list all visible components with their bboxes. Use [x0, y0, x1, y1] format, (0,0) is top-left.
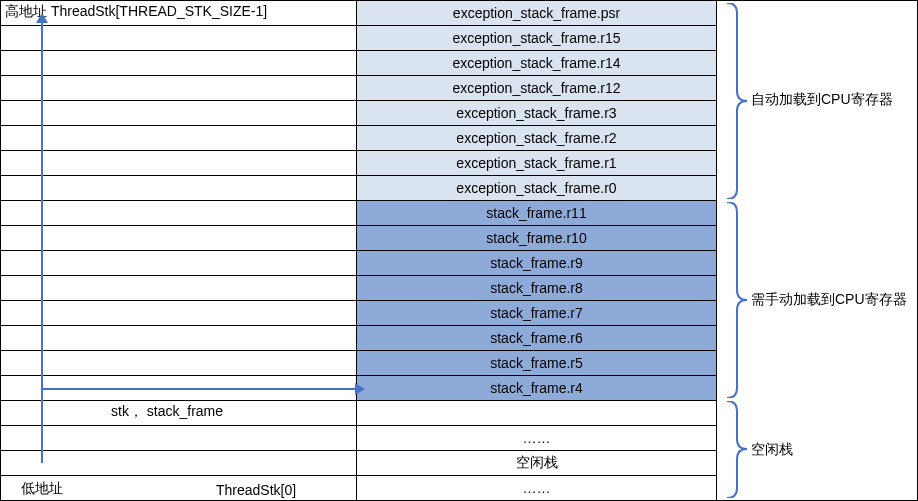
left-cell — [1, 326, 357, 350]
left-cell: 低地址 ThreadStk[0] — [1, 476, 357, 500]
left-cell — [1, 426, 357, 450]
cell-text: …… — [523, 480, 551, 496]
left-cell — [1, 226, 357, 250]
table-row: 低地址 ThreadStk[0] …… — [1, 476, 717, 500]
left-cell — [1, 351, 357, 375]
cell-text: stack_frame.r7 — [490, 305, 583, 321]
left-cell — [1, 126, 357, 150]
left-cell — [1, 101, 357, 125]
mid-cell: 空闲栈 — [357, 451, 717, 475]
mid-cell: stack_frame.r4 — [357, 376, 717, 400]
table-row: exception_stack_frame.r2 — [1, 126, 717, 151]
cell-text: exception_stack_frame.r3 — [456, 105, 616, 121]
left-cell — [1, 76, 357, 100]
cell-text: exception_stack_frame.psr — [453, 5, 620, 21]
left-cell — [1, 26, 357, 50]
left-cell — [1, 301, 357, 325]
mid-cell: stack_frame.r7 — [357, 301, 717, 325]
cell-text: stack_frame.r4 — [490, 380, 583, 396]
table-row: exception_stack_frame.r15 — [1, 26, 717, 51]
annotation-auto-load: 自动加载到CPU寄存器 — [751, 91, 893, 109]
mid-cell: stack_frame.r8 — [357, 276, 717, 300]
table-row: stack_frame.r5 — [1, 351, 717, 376]
left-cell — [1, 151, 357, 175]
table-row: …… — [1, 426, 717, 451]
mid-cell: exception_stack_frame.psr — [357, 1, 717, 25]
threadstk0-label: ThreadStk[0] — [216, 482, 296, 498]
table-row: stk， stack_frame — [1, 401, 717, 426]
left-cell — [1, 451, 357, 475]
cell-text: exception_stack_frame.r15 — [452, 30, 620, 46]
left-cell — [1, 176, 357, 200]
mid-cell: exception_stack_frame.r15 — [357, 26, 717, 50]
table-row: stack_frame.r8 — [1, 276, 717, 301]
mid-cell: stack_frame.r10 — [357, 226, 717, 250]
cell-text: …… — [523, 430, 551, 446]
mid-cell: stack_frame.r9 — [357, 251, 717, 275]
stk-pointer-label: stk， stack_frame — [111, 403, 223, 421]
table-row: stack_frame.r9 — [1, 251, 717, 276]
table-row: exception_stack_frame.r3 — [1, 101, 717, 126]
cell-text: stack_frame.r6 — [490, 330, 583, 346]
cell-text: stack_frame.r8 — [490, 280, 583, 296]
arrow-up-icon — [41, 21, 43, 463]
mid-cell — [357, 401, 717, 425]
mid-cell: exception_stack_frame.r0 — [357, 176, 717, 200]
cell-text: 空闲栈 — [516, 454, 558, 472]
cell-text: stack_frame.r9 — [490, 255, 583, 271]
low-addr-label: 低地址 — [21, 480, 63, 498]
table-row: stack_frame.r10 — [1, 226, 717, 251]
arrow-right-icon — [43, 388, 357, 390]
left-cell: stk， stack_frame — [1, 401, 357, 425]
diagram-canvas: 高地址 ThreadStk[THREAD_STK_SIZE-1] excepti… — [0, 0, 918, 501]
cell-text: stack_frame.r5 — [490, 355, 583, 371]
cell-text: exception_stack_frame.r12 — [452, 80, 620, 96]
cell-text: exception_stack_frame.r14 — [452, 55, 620, 71]
left-cell — [1, 51, 357, 75]
cell-text: exception_stack_frame.r1 — [456, 155, 616, 171]
mid-cell: exception_stack_frame.r2 — [357, 126, 717, 150]
mid-cell: stack_frame.r5 — [357, 351, 717, 375]
annotation-pane: 自动加载到CPU寄存器 需手动加载到CPU寄存器 空闲栈 — [717, 1, 917, 500]
table-row: exception_stack_frame.r14 — [1, 51, 717, 76]
mid-cell: …… — [357, 476, 717, 500]
stack-table: 高地址 ThreadStk[THREAD_STK_SIZE-1] excepti… — [1, 1, 717, 500]
mid-cell: exception_stack_frame.r1 — [357, 151, 717, 175]
cell-text: stack_frame.r10 — [486, 230, 586, 246]
cell-text: stack_frame.r11 — [486, 205, 586, 221]
left-cell — [1, 276, 357, 300]
left-cell — [1, 376, 357, 400]
annotation-manual-load: 需手动加载到CPU寄存器 — [751, 291, 907, 309]
table-row: stack_frame.r4 — [1, 376, 717, 401]
mid-cell: exception_stack_frame.r14 — [357, 51, 717, 75]
cell-text: exception_stack_frame.r2 — [456, 130, 616, 146]
mid-cell: exception_stack_frame.r3 — [357, 101, 717, 125]
table-row: stack_frame.r7 — [1, 301, 717, 326]
annotation-idle-stack: 空闲栈 — [751, 441, 793, 459]
table-row: 高地址 ThreadStk[THREAD_STK_SIZE-1] excepti… — [1, 1, 717, 26]
mid-cell: …… — [357, 426, 717, 450]
table-row: exception_stack_frame.r12 — [1, 76, 717, 101]
cell-text: exception_stack_frame.r0 — [456, 180, 616, 196]
left-cell — [1, 201, 357, 225]
table-row: stack_frame.r11 — [1, 201, 717, 226]
mid-cell: stack_frame.r11 — [357, 201, 717, 225]
mid-cell: exception_stack_frame.r12 — [357, 76, 717, 100]
table-row: stack_frame.r6 — [1, 326, 717, 351]
table-row: exception_stack_frame.r0 — [1, 176, 717, 201]
mid-cell: stack_frame.r6 — [357, 326, 717, 350]
table-row: exception_stack_frame.r1 — [1, 151, 717, 176]
brace-icon — [725, 401, 749, 498]
left-cell — [1, 251, 357, 275]
brace-icon — [725, 202, 749, 398]
brace-icon — [725, 3, 749, 199]
left-cell: 高地址 ThreadStk[THREAD_STK_SIZE-1] — [1, 1, 357, 25]
table-row: 空闲栈 — [1, 451, 717, 476]
